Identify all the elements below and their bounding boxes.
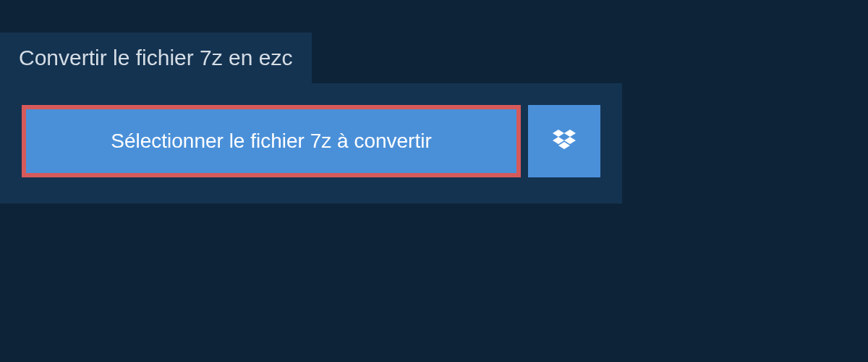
- select-file-label: Sélectionner le fichier 7z à convertir: [111, 130, 432, 153]
- svg-marker-3: [564, 137, 576, 144]
- svg-marker-2: [553, 137, 564, 144]
- converter-panel: Convertir le fichier 7z en ezc Sélection…: [0, 0, 868, 203]
- button-row: Sélectionner le fichier 7z à convertir: [22, 105, 600, 177]
- svg-marker-0: [553, 130, 564, 137]
- tab-title: Convertir le fichier 7z en ezc: [0, 33, 312, 83]
- upload-panel: Sélectionner le fichier 7z à convertir: [0, 83, 622, 203]
- dropbox-icon: [550, 127, 579, 156]
- svg-marker-1: [564, 130, 576, 137]
- svg-marker-4: [558, 142, 570, 149]
- dropbox-button[interactable]: [528, 105, 600, 177]
- select-file-button[interactable]: Sélectionner le fichier 7z à convertir: [22, 105, 521, 177]
